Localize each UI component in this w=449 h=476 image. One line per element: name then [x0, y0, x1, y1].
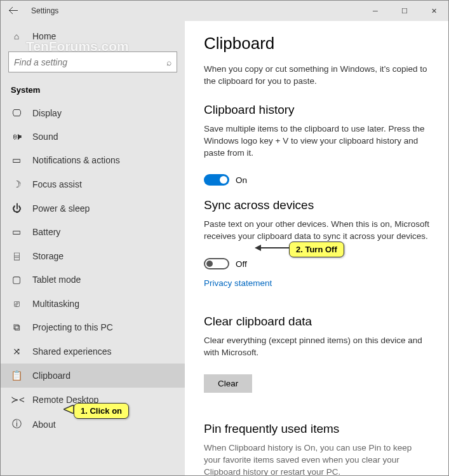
back-button[interactable]: 🡠 — [1, 5, 26, 17]
sidebar-item-projecting[interactable]: ⧉ Projecting to this PC — [1, 315, 185, 339]
sidebar-home[interactable]: ⌂ Home — [1, 26, 185, 46]
display-icon: 🖵 — [11, 107, 22, 118]
pin-heading: Pin frequently used items — [204, 422, 429, 436]
multitasking-icon: ⎚ — [11, 298, 22, 309]
sidebar-item-display[interactable]: 🖵 Display — [1, 101, 185, 125]
sidebar-item-tablet-mode[interactable]: ▢ Tablet mode — [1, 268, 185, 292]
focus-assist-icon: ☽ — [11, 179, 22, 190]
maximize-button[interactable]: ☐ — [390, 1, 419, 21]
home-icon: ⌂ — [11, 31, 22, 41]
close-button[interactable]: ✕ — [419, 1, 448, 21]
callout-1: 1. Click on — [74, 403, 129, 419]
sync-desc: Paste text on your other devices. When t… — [204, 219, 429, 243]
about-icon: ⓘ — [11, 418, 22, 430]
sound-icon: 🕪 — [11, 131, 22, 142]
sidebar-item-clipboard[interactable]: 📋 Clipboard — [1, 364, 185, 388]
tablet-icon: ▢ — [11, 274, 22, 285]
notifications-icon: ▭ — [11, 154, 22, 166]
callout-2-arrow — [255, 243, 292, 252]
history-heading: Clipboard history — [204, 103, 429, 117]
sidebar-item-sound[interactable]: 🕪 Sound — [1, 125, 185, 148]
pin-desc: When Clipboard history is On, you can us… — [204, 442, 429, 475]
search-input[interactable] — [14, 57, 166, 67]
page-intro: When you copy or cut something in Window… — [204, 64, 429, 88]
sync-toggle[interactable] — [204, 258, 229, 269]
search-box[interactable]: ⌕ — [8, 51, 177, 72]
sidebar-item-storage[interactable]: ⌸ Storage — [1, 244, 185, 268]
svg-marker-2 — [255, 245, 261, 251]
battery-icon: ▭ — [11, 226, 22, 238]
sync-heading: Sync across devices — [204, 198, 429, 212]
callout-2: 2. Turn Off — [289, 241, 344, 257]
clear-button[interactable]: Clear — [204, 374, 252, 393]
sync-toggle-label: Off — [236, 259, 247, 269]
history-toggle-label: On — [236, 175, 247, 185]
sidebar-item-battery[interactable]: ▭ Battery — [1, 220, 185, 244]
svg-marker-0 — [64, 405, 74, 414]
search-icon: ⌕ — [166, 57, 171, 67]
sidebar-item-shared-experiences[interactable]: ⤨ Shared experiences — [1, 339, 185, 364]
clear-heading: Clear clipboard data — [204, 315, 429, 329]
sidebar-item-multitasking[interactable]: ⎚ Multitasking — [1, 292, 185, 315]
projecting-icon: ⧉ — [11, 322, 22, 333]
power-icon: ⏻ — [11, 203, 22, 214]
remote-desktop-icon: ≻< — [11, 394, 22, 405]
shared-icon: ⤨ — [11, 346, 22, 357]
storage-icon: ⌸ — [11, 250, 22, 261]
sidebar-item-focus-assist[interactable]: ☽ Focus assist — [1, 172, 185, 196]
clipboard-icon: 📋 — [11, 370, 22, 381]
history-toggle[interactable] — [204, 174, 229, 186]
history-desc: Save multiple items to the clipboard to … — [204, 123, 429, 160]
privacy-link[interactable]: Privacy statement — [204, 278, 272, 288]
sidebar-item-power-sleep[interactable]: ⏻ Power & sleep — [1, 196, 185, 220]
title-bar: 🡠 Settings ─ ☐ ✕ — [1, 1, 448, 21]
page-title: Clipboard — [204, 34, 429, 53]
clear-desc: Clear everything (except pinned items) o… — [204, 335, 429, 359]
window-title: Settings — [26, 6, 58, 15]
sidebar-section-header: System — [1, 81, 185, 101]
home-label: Home — [32, 31, 56, 41]
sidebar-item-notifications[interactable]: ▭ Notifications & actions — [1, 148, 185, 172]
minimize-button[interactable]: ─ — [361, 1, 390, 21]
